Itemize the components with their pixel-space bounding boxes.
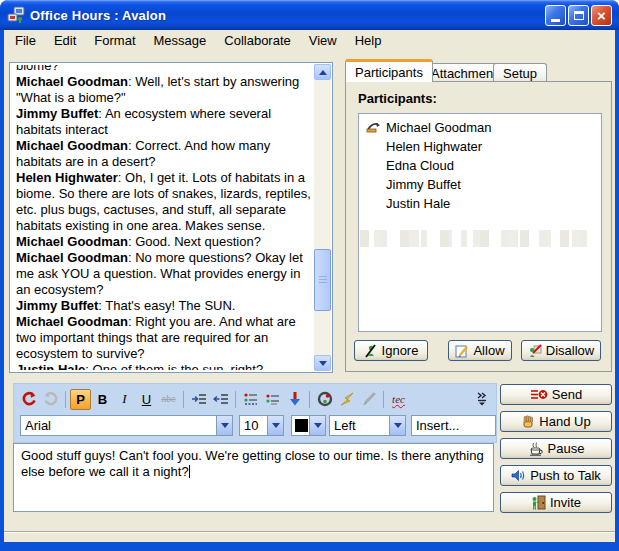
minimize-button[interactable] <box>545 5 566 26</box>
close-button[interactable]: × <box>591 5 612 26</box>
close-icon: × <box>597 8 606 23</box>
coffee-cup-icon <box>528 442 544 456</box>
scroll-down-button[interactable] <box>314 355 331 371</box>
menu-file[interactable]: File <box>6 31 45 50</box>
dropdown-button[interactable] <box>389 416 405 435</box>
send-icon <box>530 388 548 401</box>
chat-messages: biome? Michael Goodman: Well, let's star… <box>16 65 311 370</box>
scrollbar-thumb[interactable] <box>314 249 331 311</box>
menu-collaborate[interactable]: Collaborate <box>215 31 300 50</box>
bold-button[interactable]: B <box>92 389 113 410</box>
dropdown-button[interactable] <box>216 416 232 435</box>
disallow-button[interactable]: Disallow <box>521 340 601 361</box>
font-size-value: 10 <box>240 418 267 433</box>
signature-icon: tec <box>392 393 405 405</box>
redo-icon <box>43 391 59 407</box>
app-icon <box>7 6 25 24</box>
tab-setup[interactable]: Setup <box>493 63 547 82</box>
menu-edit[interactable]: Edit <box>45 31 85 50</box>
font-size-select[interactable]: 10 <box>239 415 284 436</box>
indent-decrease-icon <box>213 391 229 407</box>
chevron-down-icon <box>221 423 229 428</box>
eyedropper-button[interactable] <box>358 389 379 410</box>
chat-transcript[interactable]: biome? Michael Goodman: Well, let's star… <box>9 62 333 373</box>
participant-row[interactable]: Helen Highwater <box>359 137 601 156</box>
tab-participants[interactable]: Participants <box>345 59 433 82</box>
indent-increase-button[interactable] <box>188 389 209 410</box>
hand-up-button[interactable]: Hand Up <box>500 411 612 432</box>
window-body: File Edit Format Message Collaborate Vie… <box>4 30 615 542</box>
participant-row[interactable]: Justin Hale <box>359 194 601 213</box>
underline-button[interactable]: U <box>136 389 157 410</box>
menu-view[interactable]: View <box>300 31 346 50</box>
ignore-button[interactable]: Ignore <box>354 340 428 361</box>
chat-message: Jimmy Buffet: An ecosystem where several… <box>16 106 311 138</box>
indent-increase-icon <box>191 391 207 407</box>
maximize-button[interactable] <box>568 5 589 26</box>
bullet-list-button[interactable] <box>240 389 261 410</box>
status-bar-divider <box>4 531 615 533</box>
chat-message: Michael Goodman: Right you are. And what… <box>16 314 311 362</box>
chat-message: Justin Hale: One of them is the sun, rig… <box>16 362 311 370</box>
invite-door-icon <box>531 495 546 510</box>
numbered-list-icon <box>265 391 281 407</box>
participants-list[interactable]: Michael Goodman Helen Highwater Edna Clo… <box>358 113 602 332</box>
insert-label: Insert... <box>412 418 495 433</box>
record-icon <box>317 391 333 407</box>
font-family-select[interactable]: Arial <box>20 415 233 436</box>
menu-help[interactable]: Help <box>346 31 391 50</box>
undo-button[interactable] <box>18 389 39 410</box>
lightning-icon <box>339 391 355 407</box>
chat-message: Michael Goodman: No more questions? Okay… <box>16 250 311 298</box>
participant-row[interactable]: Edna Cloud <box>359 156 601 175</box>
push-to-talk-button[interactable]: Push to Talk <box>500 465 612 486</box>
font-controls-row: Arial 10 Left Insert... <box>14 415 496 437</box>
toolbar-separator <box>235 391 236 408</box>
numbered-list-button[interactable] <box>262 389 283 410</box>
font-color-select[interactable] <box>291 415 326 436</box>
menu-format[interactable]: Format <box>85 31 144 50</box>
menu-message[interactable]: Message <box>145 31 216 50</box>
participants-panel: Participants: Michael Goodman Helen High… <box>345 81 612 372</box>
plain-text-button[interactable]: P <box>70 389 91 410</box>
move-down-icon <box>287 391 303 407</box>
color-swatch <box>295 419 308 432</box>
chevron-up-icon <box>319 70 327 75</box>
dropdown-button[interactable] <box>267 416 283 435</box>
chat-message: Michael Goodman: Good. Next question? <box>16 234 311 250</box>
maximize-icon <box>574 11 584 20</box>
pause-button[interactable]: Pause <box>500 438 612 459</box>
invite-button[interactable]: Invite <box>500 492 612 513</box>
move-down-button[interactable] <box>284 389 305 410</box>
strikethrough-button[interactable]: abc <box>158 389 179 410</box>
dropdown-button[interactable] <box>309 416 325 435</box>
chat-message: Michael Goodman: Well, let's start by an… <box>16 74 311 106</box>
speaking-hand-icon <box>366 121 381 133</box>
participant-row[interactable]: Jimmy Buffet <box>359 175 601 194</box>
indent-decrease-button[interactable] <box>210 389 231 410</box>
alignment-value: Left <box>330 418 389 433</box>
participant-row[interactable]: Michael Goodman <box>359 118 601 137</box>
scrollbar-grip <box>319 276 327 285</box>
scroll-up-button[interactable] <box>314 64 331 80</box>
allow-pencil-icon <box>455 344 469 358</box>
toolbar-separator <box>309 391 310 408</box>
app-window: Office Hours : Avalon × File Edit Format… <box>0 0 619 551</box>
title-bar[interactable]: Office Hours : Avalon × <box>0 0 619 30</box>
italic-button[interactable]: I <box>114 389 135 410</box>
insert-select[interactable]: Insert... <box>411 415 496 436</box>
transcript-scrollbar[interactable] <box>314 64 331 371</box>
chat-message: Helen Highwater: Oh, I get it. Lots of h… <box>16 170 311 234</box>
text-caret <box>189 465 190 478</box>
compose-toolbar: P B I U abc <box>13 383 497 443</box>
toolbar-overflow-button[interactable] <box>471 389 492 410</box>
redo-button[interactable] <box>40 389 61 410</box>
send-button[interactable]: Send <box>500 384 612 405</box>
spellcheck-button[interactable]: tec <box>388 389 409 410</box>
menu-bar: File Edit Format Message Collaborate Vie… <box>4 30 615 50</box>
message-input[interactable]: Good stuff guys! Can't fool you. We're g… <box>13 443 494 512</box>
allow-button[interactable]: Allow <box>448 340 512 361</box>
record-button[interactable] <box>314 389 335 410</box>
highlight-button[interactable] <box>336 389 357 410</box>
alignment-select[interactable]: Left <box>329 415 406 436</box>
